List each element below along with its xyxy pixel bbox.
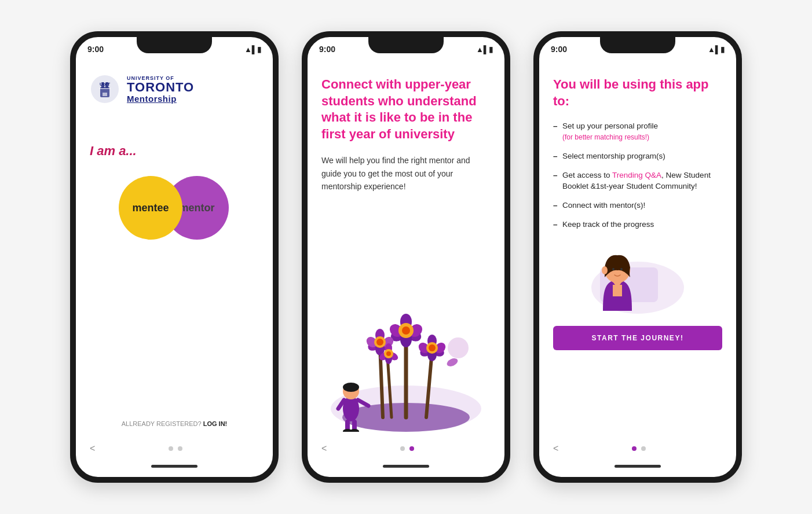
svg-point-45: [448, 337, 469, 358]
phone-3-content: You will be using this app to: Set up yo…: [539, 58, 736, 441]
status-icons-1: ▲▌▮: [244, 45, 261, 54]
list-item-access: Get access to Trending Q&A, New Student …: [553, 170, 722, 192]
uoft-crest-icon: UofT: [90, 74, 120, 104]
list-item-progress-text: Keep track of the progress: [562, 220, 654, 229]
journey-heading: You will be using this app to:: [553, 76, 722, 109]
list-item-profile: Set up your personal profile (for better…: [553, 121, 722, 143]
svg-point-59: [612, 268, 615, 270]
svg-rect-6: [103, 93, 105, 96]
nav-dots-3: [632, 442, 646, 456]
phone-2-nav: <: [308, 441, 504, 458]
svg-rect-7: [105, 93, 107, 96]
list-item-access-text: Get access to Trending Q&A, New Student …: [562, 171, 711, 190]
phone-3-nav: <: [539, 441, 736, 458]
nav-dots-2: [400, 442, 414, 456]
phone-2-content: Connect with upper-year students who und…: [308, 58, 504, 441]
list-item-connect: Connect with mentor(s)!: [553, 200, 722, 211]
svg-text:UofT: UofT: [100, 82, 110, 87]
svg-point-44: [445, 357, 459, 368]
dot-3-1: [632, 446, 637, 451]
logo-text: UNIVERSITY OF TORONTO Mentorship: [127, 75, 194, 104]
home-indicator-2: [383, 465, 429, 468]
status-icons-3: ▲▌▮: [708, 45, 725, 54]
iam-label: I am a...: [90, 109, 259, 159]
svg-point-29: [376, 339, 383, 346]
svg-point-21: [402, 326, 410, 335]
svg-point-48: [343, 383, 359, 392]
trending-qa-link[interactable]: Trending Q&A: [612, 171, 661, 179]
svg-rect-3: [101, 82, 104, 88]
signal-icon-3: ▲▌▮: [708, 45, 725, 54]
time-3: 9:00: [551, 45, 567, 54]
svg-point-37: [429, 344, 436, 351]
home-indicator-1: [151, 465, 197, 468]
list-item-progress: Keep track of the progress: [553, 219, 722, 230]
svg-point-60: [620, 268, 623, 270]
back-arrow-3[interactable]: <: [546, 441, 565, 456]
dot-1: [169, 446, 173, 451]
flower-svg: [325, 310, 487, 432]
signal-icon: ▲▌▮: [244, 45, 261, 54]
nav-dots-1: [169, 442, 182, 456]
phone-bottom-2: [308, 458, 504, 477]
notch-2: [368, 37, 444, 53]
toronto-label: TORONTO: [127, 81, 194, 94]
list-item-profile-text: Set up your personal profile: [562, 122, 658, 130]
phone-2: 9:00 ▲▌▮ Connect with upper-year student…: [302, 31, 510, 483]
svg-point-52: [350, 429, 359, 432]
phone-1-content: UofT UNIVERSITY OF TORONTO Mentorship I …: [76, 58, 273, 441]
connect-heading: Connect with upper-year students who und…: [321, 76, 491, 142]
dot-3-2: [641, 446, 646, 451]
phone-1-nav: <: [76, 441, 273, 458]
time-1: 9:00: [87, 45, 104, 54]
phone-bottom-1: [76, 458, 273, 477]
notch-1: [137, 37, 212, 53]
logo-area: UofT UNIVERSITY OF TORONTO Mentorship: [90, 74, 259, 104]
svg-rect-4: [105, 82, 108, 88]
status-icons-2: ▲▌▮: [476, 45, 493, 54]
profile-subnote: (for better matching results!): [562, 133, 649, 141]
dot-2-2: [409, 446, 414, 451]
dot-2: [178, 446, 182, 451]
venn-diagram[interactable]: mentee mentor: [90, 170, 259, 245]
feature-list: Set up your personal profile (for better…: [553, 121, 722, 238]
signal-icon-2: ▲▌▮: [476, 45, 493, 54]
svg-point-58: [602, 266, 608, 274]
phone-1: 9:00 ▲▌▮ UofT UNIVERSITY OF TORONTO Ment: [70, 31, 279, 483]
back-arrow-1[interactable]: <: [83, 441, 102, 456]
list-item-program: Select mentorship program(s): [553, 151, 722, 162]
phone-bottom-3: [539, 458, 736, 477]
phone-3: 9:00 ▲▌▮ You will be using this app to: …: [533, 31, 742, 483]
already-registered-label: ALLREADY REGISTERED? LOG IN!: [90, 420, 259, 432]
person-svg: [586, 247, 690, 317]
back-arrow-2[interactable]: <: [314, 441, 334, 456]
login-link[interactable]: LOG IN!: [203, 420, 228, 427]
flower-illustration: [321, 207, 491, 432]
list-item-program-text: Select mentorship program(s): [562, 152, 665, 160]
svg-point-43: [386, 351, 391, 356]
dot-2-1: [400, 446, 405, 451]
time-2: 9:00: [319, 45, 335, 54]
mentee-circle[interactable]: mentee: [119, 176, 182, 240]
start-journey-button[interactable]: START THE JOURNEY!: [553, 326, 722, 350]
list-item-connect-text: Connect with mentor(s)!: [562, 201, 645, 210]
person-illustration: [553, 247, 722, 317]
home-indicator-3: [615, 465, 661, 468]
mentorship-label: Mentorship: [127, 94, 194, 104]
connect-body: We will help you find the right mentor a…: [321, 154, 491, 193]
notch-3: [600, 37, 675, 53]
svg-rect-5: [99, 88, 111, 89]
